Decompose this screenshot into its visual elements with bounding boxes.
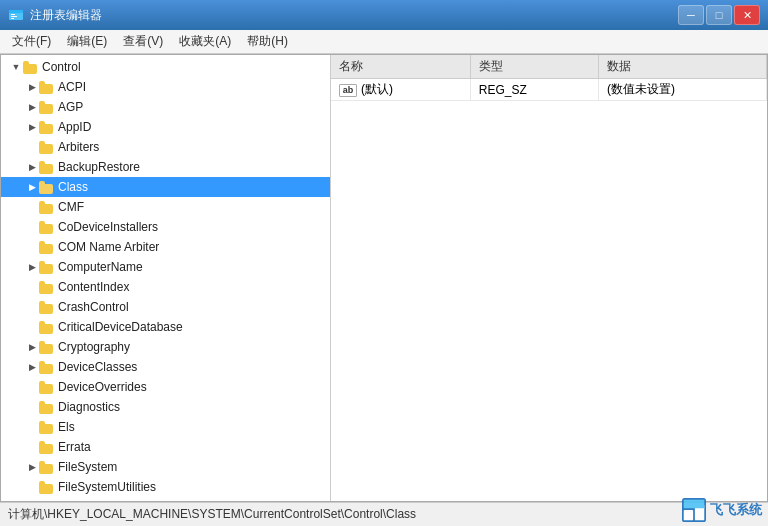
folder-icon-agp xyxy=(39,100,55,114)
tree-item-filesystem[interactable]: ▶FileSystem xyxy=(1,457,330,477)
folder-icon-contentindex xyxy=(39,280,55,294)
maximize-button[interactable]: □ xyxy=(706,5,732,25)
reg-name-cell: ab(默认) xyxy=(331,79,470,101)
tree-label-comnamearbiter: COM Name Arbiter xyxy=(58,237,159,257)
registry-values-panel: 名称 类型 数据 ab(默认)REG_SZ(数值未设置) xyxy=(331,55,767,501)
status-bar: 计算机\HKEY_LOCAL_MACHINE\SYSTEM\CurrentCon… xyxy=(0,502,768,526)
folder-icon-appid xyxy=(39,120,55,134)
tree-item-arbiters[interactable]: Arbiters xyxy=(1,137,330,157)
tree-item-cmf[interactable]: CMF xyxy=(1,197,330,217)
tree-arrow-appid: ▶ xyxy=(25,122,39,132)
tree-label-diagnostics: Diagnostics xyxy=(58,397,120,417)
folder-icon-arbiters xyxy=(39,140,55,154)
svg-rect-6 xyxy=(684,510,693,520)
folder-icon-computername xyxy=(39,260,55,274)
svg-rect-4 xyxy=(11,18,14,19)
tree-label-cmf: CMF xyxy=(58,197,84,217)
tree-item-criticaldevicedatabase[interactable]: CriticalDeviceDatabase xyxy=(1,317,330,337)
tree-label-crashcontrol: CrashControl xyxy=(58,297,129,317)
tree-item-appid[interactable]: ▶AppID xyxy=(1,117,330,137)
tree-arrow-agp: ▶ xyxy=(25,102,39,112)
col-type: 类型 xyxy=(470,55,598,79)
tree-item-computername[interactable]: ▶ComputerName xyxy=(1,257,330,277)
watermark: 飞飞系统 xyxy=(682,498,762,522)
table-row[interactable]: ab(默认)REG_SZ(数值未设置) xyxy=(331,79,767,101)
svg-rect-3 xyxy=(11,16,17,17)
folder-icon-backuprestore xyxy=(39,160,55,174)
tree-label-acpi: ACPI xyxy=(58,77,86,97)
menu-view[interactable]: 查看(V) xyxy=(115,31,171,52)
title-bar: 注册表编辑器 ─ □ ✕ xyxy=(0,0,768,30)
reg-data-cell: (数值未设置) xyxy=(599,79,767,101)
reg-ab-icon: ab xyxy=(339,84,357,97)
tree-label-deviceclasses: DeviceClasses xyxy=(58,357,137,377)
svg-rect-8 xyxy=(684,500,705,509)
tree-item-filesystemutilities[interactable]: FileSystemUtilities xyxy=(1,477,330,497)
window-title: 注册表编辑器 xyxy=(30,7,678,24)
menu-bar: 文件(F) 编辑(E) 查看(V) 收藏夹(A) 帮助(H) xyxy=(0,30,768,54)
tree-label-contentindex: ContentIndex xyxy=(58,277,129,297)
folder-icon-els xyxy=(39,420,55,434)
minimize-button[interactable]: ─ xyxy=(678,5,704,25)
tree-item-els[interactable]: Els xyxy=(1,417,330,437)
folder-icon-criticaldevicedatabase xyxy=(39,320,55,334)
folder-icon-codeviceinstallers xyxy=(39,220,55,234)
tree-label-errata: Errata xyxy=(58,437,91,457)
tree-item-contentindex[interactable]: ContentIndex xyxy=(1,277,330,297)
menu-file[interactable]: 文件(F) xyxy=(4,31,59,52)
folder-icon-cmf xyxy=(39,200,55,214)
tree-label-appid: AppID xyxy=(58,117,91,137)
tree-label-agp: AGP xyxy=(58,97,83,117)
tree-item-diagnostics[interactable]: Diagnostics xyxy=(1,397,330,417)
tree-label-criticaldevicedatabase: CriticalDeviceDatabase xyxy=(58,317,183,337)
tree-label-control: Control xyxy=(42,57,81,77)
folder-icon-diagnostics xyxy=(39,400,55,414)
watermark-logo xyxy=(682,498,706,522)
tree-arrow-cryptography: ▶ xyxy=(25,342,39,352)
col-name: 名称 xyxy=(331,55,470,79)
app-icon xyxy=(8,7,24,23)
tree-label-arbiters: Arbiters xyxy=(58,137,99,157)
tree-arrow-acpi: ▶ xyxy=(25,82,39,92)
status-path: 计算机\HKEY_LOCAL_MACHINE\SYSTEM\CurrentCon… xyxy=(8,506,416,523)
tree-item-deviceoverrides[interactable]: DeviceOverrides xyxy=(1,377,330,397)
folder-icon-errata xyxy=(39,440,55,454)
tree-arrow-computername: ▶ xyxy=(25,262,39,272)
tree-label-cryptography: Cryptography xyxy=(58,337,130,357)
tree-label-filesystemutilities: FileSystemUtilities xyxy=(58,477,156,497)
tree-item-comnamearbiter[interactable]: COM Name Arbiter xyxy=(1,237,330,257)
col-data: 数据 xyxy=(599,55,767,79)
folder-icon-comnamearbiter xyxy=(39,240,55,254)
tree-item-errata[interactable]: Errata xyxy=(1,437,330,457)
menu-help[interactable]: 帮助(H) xyxy=(239,31,296,52)
folder-icon-class xyxy=(39,180,55,194)
close-button[interactable]: ✕ xyxy=(734,5,760,25)
watermark-text: 飞飞系统 xyxy=(710,501,762,519)
tree-arrow-filesystem: ▶ xyxy=(25,462,39,472)
reg-type-cell: REG_SZ xyxy=(470,79,598,101)
tree-item-codeviceinstallers[interactable]: CoDeviceInstallers xyxy=(1,217,330,237)
tree-item-deviceclasses[interactable]: ▶DeviceClasses xyxy=(1,357,330,377)
svg-rect-1 xyxy=(9,10,23,13)
folder-icon-cryptography xyxy=(39,340,55,354)
tree-label-computername: ComputerName xyxy=(58,257,143,277)
tree-item-backuprestore[interactable]: ▶BackupRestore xyxy=(1,157,330,177)
tree-label-backuprestore: BackupRestore xyxy=(58,157,140,177)
tree-item-crashcontrol[interactable]: CrashControl xyxy=(1,297,330,317)
folder-icon-acpi xyxy=(39,80,55,94)
menu-edit[interactable]: 编辑(E) xyxy=(59,31,115,52)
tree-arrow-backuprestore: ▶ xyxy=(25,162,39,172)
menu-favorites[interactable]: 收藏夹(A) xyxy=(171,31,239,52)
svg-rect-2 xyxy=(11,14,15,15)
tree-label-codeviceinstallers: CoDeviceInstallers xyxy=(58,217,158,237)
tree-item-acpi[interactable]: ▶ACPI xyxy=(1,77,330,97)
tree-item-control[interactable]: ▼Control xyxy=(1,57,330,77)
tree-label-els: Els xyxy=(58,417,75,437)
tree-arrow-control: ▼ xyxy=(9,62,23,72)
tree-label-deviceoverrides: DeviceOverrides xyxy=(58,377,147,397)
tree-item-cryptography[interactable]: ▶Cryptography xyxy=(1,337,330,357)
tree-item-class[interactable]: ▶Class xyxy=(1,177,330,197)
tree-item-agp[interactable]: ▶AGP xyxy=(1,97,330,117)
registry-tree[interactable]: ▼Control▶ACPI▶AGP▶AppIDArbiters▶BackupRe… xyxy=(1,55,331,501)
folder-icon-crashcontrol xyxy=(39,300,55,314)
